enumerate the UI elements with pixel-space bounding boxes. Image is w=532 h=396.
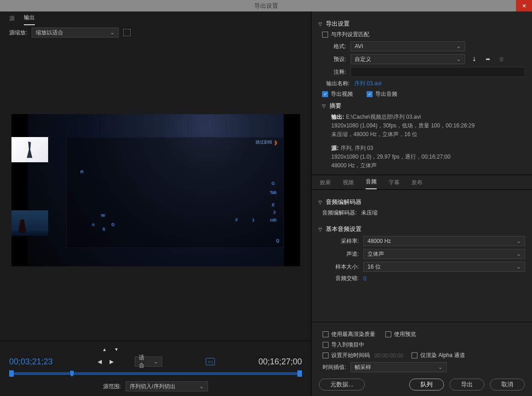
sample-size-label: 样本大小: <box>322 263 359 271</box>
step-fwd-icon[interactable]: ▶ <box>108 358 115 365</box>
import-project-checkbox[interactable]: 导入到项目中 <box>323 341 364 349</box>
start-tc-value: 00:00:00:00 <box>374 352 403 359</box>
game-overlay: 跳过剧情 RWASD GTabE2F1cshQ <box>66 137 284 248</box>
render-alpha-checkbox[interactable]: 仅渲染 Alpha 通道 <box>411 352 465 359</box>
match-sequence-checkbox[interactable]: 与序列设置匹配 <box>322 31 369 38</box>
preset-dropdown[interactable]: 自定义 <box>351 54 465 64</box>
export-audio-label: 导出音频 <box>375 90 397 98</box>
titlebar: 导出设置 ✕ <box>0 0 532 11</box>
playhead[interactable] <box>70 370 74 377</box>
channels-label: 声道: <box>322 250 359 258</box>
basic-audio-header: 基本音频设置 <box>326 225 362 233</box>
interleave-value[interactable]: 0 <box>363 275 367 282</box>
summary-header: 摘要 <box>329 102 341 110</box>
delete-preset-icon: 🗑 <box>497 55 506 63</box>
zoom-fit-label: 适合 <box>139 354 148 369</box>
save-preset-icon[interactable]: ⤓ <box>470 55 479 63</box>
start-tc-label: 设置开始时间码 <box>331 352 370 359</box>
tab-audio[interactable]: 音频 <box>366 178 377 189</box>
timeline[interactable] <box>9 370 302 377</box>
tab-video[interactable]: 视频 <box>343 179 354 189</box>
audio-codec-value: 未压缩 <box>361 209 378 217</box>
source-scale-label: 源缩放: <box>9 29 27 37</box>
max-quality-label: 使用最高渲染质量 <box>331 330 375 338</box>
tab-output[interactable]: 输出 <box>24 14 35 25</box>
crop-icon[interactable] <box>123 29 131 36</box>
comment-input[interactable] <box>351 67 525 77</box>
thumb-1 <box>11 137 48 162</box>
tick-left-icon[interactable]: ▴ <box>101 346 108 353</box>
import-preset-icon[interactable]: ➦ <box>483 55 493 63</box>
max-quality-checkbox[interactable]: 使用最高渲染质量 <box>323 330 375 338</box>
time-interp-dropdown[interactable]: 帧采样 <box>351 362 447 372</box>
format-value: AVI <box>355 43 363 50</box>
match-sequence-label: 与序列设置匹配 <box>331 31 369 38</box>
use-preview-label: 使用预览 <box>394 330 416 338</box>
source-scale-value: 缩放以适合 <box>36 29 63 37</box>
metadata-button[interactable]: 元数据... <box>319 379 365 390</box>
source-range-value: 序列切入/序列切出 <box>130 383 175 390</box>
tab-source[interactable]: 源 <box>9 15 15 25</box>
close-button[interactable]: ✕ <box>516 0 532 11</box>
tab-effects[interactable]: 效果 <box>320 179 331 189</box>
export-button[interactable]: 导出 <box>450 379 484 390</box>
aspect-correction-icon[interactable]: ▭ <box>206 358 215 365</box>
preset-label: 预设: <box>322 55 346 63</box>
sample-rate-label: 采样率: <box>322 237 359 245</box>
twirl-basic-audio[interactable]: ▽ <box>318 227 322 232</box>
source-scale-dropdown[interactable]: 缩放以适合 <box>32 28 119 38</box>
skip-badge: 跳过剧情 <box>256 139 278 145</box>
time-interp-value: 帧采样 <box>355 363 371 371</box>
sample-rate-value: 48000 Hz <box>367 238 391 244</box>
sample-size-value: 16 位 <box>367 263 381 271</box>
preview-area: 跳过剧情 RWASD GTabE2F1cshQ <box>0 40 311 341</box>
interleave-label: 音频交错: <box>322 275 359 282</box>
out-point-handle[interactable] <box>297 370 302 377</box>
tab-publish[interactable]: 发布 <box>411 179 422 189</box>
step-back-icon[interactable]: ◀ <box>96 358 104 365</box>
summary-source: 源:序列, 序列 03 1920x1080 (1.0)，29.97 fps，逐行… <box>331 144 525 170</box>
channels-value: 立体声 <box>367 250 384 258</box>
queue-button[interactable]: 队列 <box>409 379 444 390</box>
twirl-audio-codec[interactable]: ▽ <box>318 200 322 205</box>
video-preview[interactable]: 跳过剧情 RWASD GTabE2F1cshQ <box>11 114 300 266</box>
window-title: 导出设置 <box>254 2 278 10</box>
format-label: 格式: <box>322 43 346 50</box>
channels-dropdown[interactable]: 立体声 <box>363 249 525 259</box>
twirl-export-settings[interactable]: ▽ <box>318 22 322 27</box>
export-settings-header: 导出设置 <box>326 20 350 28</box>
comment-label: 注释: <box>322 68 346 76</box>
audio-codec-label: 音频编解码器: <box>322 209 356 217</box>
current-timecode[interactable]: 00;03;21;23 <box>9 357 53 367</box>
import-project-label: 导入到项目中 <box>331 341 364 349</box>
sample-rate-dropdown[interactable]: 48000 Hz <box>363 236 525 246</box>
export-video-checkbox[interactable]: 导出视频 <box>322 90 353 98</box>
preset-value: 自定义 <box>355 55 371 63</box>
output-name-link[interactable]: 序列 03.avi <box>354 80 381 88</box>
sample-size-dropdown[interactable]: 16 位 <box>363 262 525 272</box>
tab-captions[interactable]: 字幕 <box>389 179 400 189</box>
export-audio-checkbox[interactable]: 导出音频 <box>367 90 397 98</box>
tick-right-icon[interactable]: ▾ <box>113 346 120 353</box>
format-dropdown[interactable]: AVI <box>351 41 465 51</box>
use-preview-checkbox[interactable]: 使用预览 <box>385 330 416 338</box>
audio-codec-header: 音频编解码器 <box>326 198 362 206</box>
summary-output: 输出:E:\Cache\视频总部\序列 03.avi 1920x1080 (1.… <box>331 113 525 139</box>
in-point-handle[interactable] <box>9 370 14 377</box>
zoom-fit-dropdown[interactable]: 适合 <box>135 357 162 367</box>
twirl-summary[interactable]: ▽ <box>322 104 326 109</box>
source-range-label: 源范围: <box>103 383 121 390</box>
render-alpha-label: 仅渲染 Alpha 通道 <box>420 352 465 359</box>
output-name-label: 输出名称: <box>322 80 350 88</box>
start-tc-checkbox[interactable]: 设置开始时间码 <box>323 352 370 359</box>
source-range-dropdown[interactable]: 序列切入/序列切出 <box>126 381 208 391</box>
export-video-label: 导出视频 <box>331 90 353 98</box>
cancel-button[interactable]: 取消 <box>490 379 525 390</box>
thumb-2 <box>11 210 48 236</box>
total-timecode: 00;16;27;00 <box>258 357 302 367</box>
time-interp-label: 时间插值: <box>323 363 346 371</box>
